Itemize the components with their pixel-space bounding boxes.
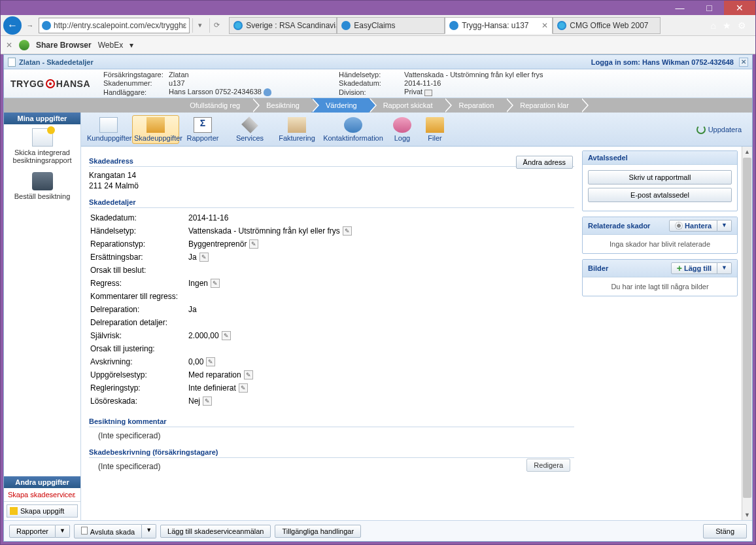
tab-trygghansa[interactable]: Trygg-Hansa: u137✕ bbox=[445, 17, 553, 34]
panel-avtalssedel: Avtalssedel Skriv ut rapportmall E-post … bbox=[582, 150, 738, 211]
sigma-icon: Σ bbox=[194, 117, 212, 133]
tab-close-icon[interactable]: ✕ bbox=[541, 21, 548, 30]
detail-column: Ändra adress Skadeadress Krangatan 14 21… bbox=[81, 147, 582, 520]
back-button[interactable]: ← bbox=[3, 16, 22, 35]
step[interactable]: Besiktning bbox=[252, 98, 311, 113]
step[interactable]: Rapport skickat bbox=[369, 98, 445, 113]
edit-icon[interactable] bbox=[244, 370, 253, 379]
tools-icon[interactable]: ⚙ bbox=[738, 20, 746, 31]
minimize-button[interactable]: — bbox=[665, 1, 695, 15]
kv-label: Ersättningsbar: bbox=[90, 253, 188, 262]
kv-label: Reparationstyp: bbox=[90, 239, 188, 249]
scrollbar[interactable]: ▲ ▼ bbox=[742, 147, 752, 520]
edit-icon[interactable] bbox=[199, 253, 209, 262]
ribbon-claim[interactable]: Skadeuppgifter bbox=[132, 115, 179, 144]
maximize-button[interactable]: □ bbox=[695, 1, 724, 15]
edit-icon[interactable] bbox=[222, 331, 231, 340]
edit-icon[interactable] bbox=[343, 226, 352, 236]
person-icon[interactable] bbox=[264, 88, 271, 96]
manage-splitbutton[interactable]: Hantera ▼ bbox=[669, 220, 732, 232]
ribbon-invoicing[interactable]: Fakturering bbox=[273, 115, 320, 144]
kv-label: Orsak till justering: bbox=[90, 344, 188, 353]
email-agreement-button[interactable]: E-post avtalssedel bbox=[588, 188, 732, 202]
ribbon-contact[interactable]: Kontaktinformation bbox=[320, 115, 386, 144]
chevron-down-icon[interactable]: ▼ bbox=[717, 220, 732, 232]
kv-label: Skadedatum: bbox=[90, 213, 188, 222]
doc-icon bbox=[81, 527, 88, 535]
scroll-down-icon[interactable]: ▼ bbox=[742, 510, 752, 520]
edit-icon[interactable] bbox=[239, 383, 248, 393]
tab-easyclaims[interactable]: EasyClaims bbox=[337, 17, 445, 34]
webex-dropdown-icon[interactable]: ▾ bbox=[129, 41, 133, 50]
ribbon-log[interactable]: Logg bbox=[386, 115, 419, 144]
change-address-button[interactable]: Ändra adress bbox=[516, 156, 573, 169]
panel-related-claims: Relaterade skador Hantera ▼ Inga skador … bbox=[582, 217, 738, 254]
doc-icon bbox=[8, 58, 16, 67]
app-close-icon[interactable]: ✕ bbox=[739, 58, 748, 67]
tools-icon bbox=[146, 117, 165, 133]
browser-navbar: ← → http://entry.scalepoint.com/ecx/tryg… bbox=[1, 15, 755, 36]
print-report-button[interactable]: Skriv ut rapportmall bbox=[588, 170, 732, 185]
images-empty: Du har inte lagt till några bilder bbox=[583, 277, 737, 296]
scroll-thumb[interactable] bbox=[743, 158, 751, 498]
close-button[interactable]: Stäng bbox=[703, 524, 747, 538]
step[interactable]: Reparation klar bbox=[506, 98, 581, 113]
edit-icon[interactable] bbox=[206, 357, 215, 366]
ribbon-reports[interactable]: ΣRapporter bbox=[179, 115, 226, 144]
refresh-link[interactable]: Uppdatera bbox=[696, 125, 748, 134]
webex-label[interactable]: WebEx bbox=[98, 41, 123, 50]
available-documents-button[interactable]: Tillgängliga handlingar bbox=[275, 525, 361, 538]
login-as-label: Logga in som: Hans Wikman 0752-432648 bbox=[591, 58, 734, 66]
task-send-report[interactable]: Skicka integrerad besiktningsrapport bbox=[4, 124, 80, 168]
bottom-bar: Rapporter▼ Avsluta skada▼ Lägg till skad… bbox=[4, 520, 752, 541]
case-meta: Försäkringstagare:Zlatan Händelsetyp:Vat… bbox=[103, 71, 568, 96]
forward-button[interactable]: → bbox=[24, 20, 36, 31]
ribbon-services[interactable]: Services bbox=[226, 115, 273, 144]
meta-label: Skadedatum: bbox=[339, 79, 404, 87]
close-button[interactable]: ✕ bbox=[724, 1, 755, 15]
tab-cmg[interactable]: CMG Office Web 2007 bbox=[553, 17, 661, 34]
edit-button[interactable]: Redigera bbox=[526, 459, 570, 472]
dropdown-icon[interactable]: ▾ bbox=[192, 18, 207, 33]
center-column: Kunduppgifter Skadeuppgifter ΣRapporter … bbox=[81, 113, 752, 520]
meta-value: Vattenskada - Utströmning från kyl eller… bbox=[404, 71, 568, 79]
close-claim-dropdown[interactable]: Avsluta skada▼ bbox=[74, 524, 156, 538]
share-browser-label[interactable]: Share Browser bbox=[36, 41, 92, 50]
workflow-steps: Ofullständig reg Besiktning Värdering Ra… bbox=[4, 98, 752, 113]
tab-rsa[interactable]: Sverige : RSA Scandinavia bbox=[229, 17, 337, 34]
ribbon-customer[interactable]: Kunduppgifter bbox=[85, 115, 132, 144]
kv-label: Lösöreskada: bbox=[90, 396, 188, 406]
create-task-button[interactable]: Skapa uppgift bbox=[7, 504, 78, 518]
scroll-up-icon[interactable]: ▲ bbox=[742, 147, 752, 157]
home-icon[interactable]: ⌂ bbox=[711, 20, 716, 31]
ie-icon bbox=[233, 21, 243, 30]
favorites-icon[interactable]: ★ bbox=[723, 20, 731, 31]
refresh-icon[interactable]: ⟳ bbox=[209, 18, 224, 33]
left-sidebar: Mina uppgifter Skicka integrerad besiktn… bbox=[4, 113, 81, 520]
chevron-down-icon[interactable]: ▼ bbox=[717, 262, 732, 274]
edit-icon[interactable] bbox=[249, 239, 258, 249]
kv-value: Byggentreprenör bbox=[188, 239, 573, 249]
kv-value bbox=[188, 292, 573, 301]
kv-label: Delreparation: bbox=[90, 305, 188, 314]
plus-icon: + bbox=[677, 265, 682, 272]
address-line1: Krangatan 14 bbox=[89, 167, 574, 181]
url-box[interactable]: http://entry.scalepoint.com/ecx/trygghε bbox=[39, 18, 190, 33]
add-splitbutton[interactable]: +Lägg till ▼ bbox=[671, 262, 732, 274]
toolbar-close-icon[interactable]: ✕ bbox=[6, 41, 12, 50]
edit-icon[interactable] bbox=[211, 279, 220, 288]
log-icon bbox=[393, 117, 411, 133]
step-active[interactable]: Värdering bbox=[311, 98, 369, 113]
create-claim-service-link[interactable]: Skapa skadeserviceε bbox=[4, 488, 80, 502]
edit-icon[interactable] bbox=[203, 396, 212, 406]
task-order-inspection[interactable]: Beställ besiktning bbox=[4, 168, 80, 204]
step[interactable]: Reparation bbox=[444, 98, 506, 113]
kv-value: Ja bbox=[188, 253, 573, 262]
ribbon-files[interactable]: Filer bbox=[419, 115, 451, 144]
step[interactable]: Ofullständig reg bbox=[175, 98, 252, 113]
share-toolbar: ✕ Share Browser WebEx ▾ bbox=[1, 36, 755, 54]
doc-icon bbox=[99, 117, 118, 133]
add-claim-service-button[interactable]: Lägg till skadeserviceanmälan bbox=[160, 525, 271, 538]
other-tasks: Andra uppgifter Skapa skadeserviceε Skap… bbox=[4, 476, 80, 520]
reports-dropdown[interactable]: Rapporter▼ bbox=[9, 525, 70, 538]
